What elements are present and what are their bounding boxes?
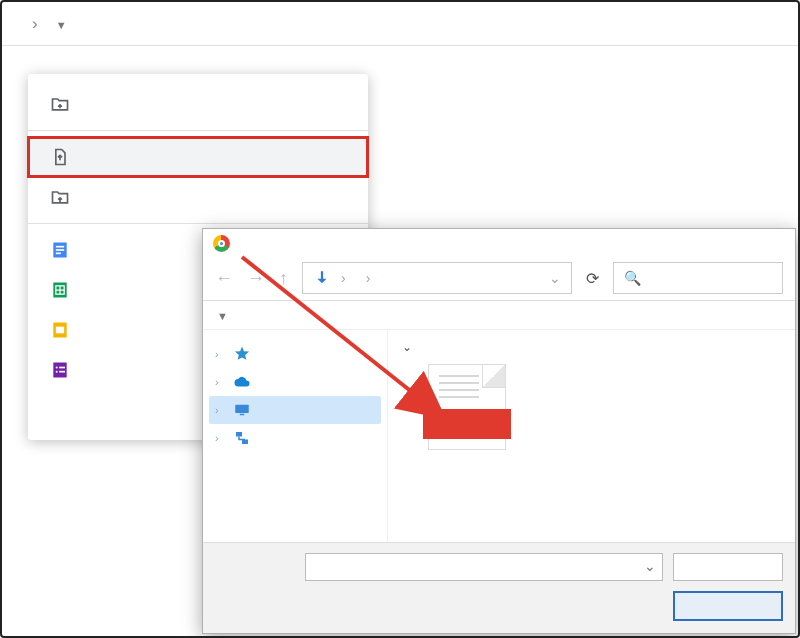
google-docs-icon — [50, 240, 70, 260]
caret-down-icon: ▼ — [56, 19, 67, 31]
up-icon[interactable]: ↑ — [279, 268, 288, 289]
svg-rect-14 — [240, 414, 245, 416]
file-list: ⌄ — [388, 330, 795, 542]
file-upload-icon — [50, 147, 70, 167]
chevron-right-icon: › — [32, 14, 38, 34]
tree-item-onedrive[interactable]: › — [209, 368, 381, 396]
google-forms-icon — [50, 360, 70, 380]
search-icon: 🔍 — [624, 270, 641, 286]
file-name-input[interactable]: ⌄ — [305, 553, 663, 581]
caret-right-icon: › — [215, 376, 225, 388]
caret-down-icon: ⌄ — [402, 340, 412, 354]
monitor-icon — [233, 401, 251, 419]
folder-upload-icon — [50, 187, 70, 207]
cloud-icon — [233, 373, 251, 391]
menu-item-new-folder[interactable] — [28, 84, 368, 124]
folder-plus-icon — [50, 94, 70, 114]
group-header[interactable]: ⌄ — [402, 338, 781, 354]
pdf-badge — [423, 409, 511, 439]
address-bar[interactable]: › › ⌄ — [302, 262, 572, 294]
tree-item-network[interactable]: › — [209, 424, 381, 452]
chrome-icon — [213, 235, 230, 252]
divider — [28, 223, 368, 224]
caret-right-icon: › — [215, 432, 225, 444]
caret-down-icon[interactable]: ⌄ — [644, 558, 656, 574]
svg-rect-8 — [53, 363, 66, 378]
tree-item-this-pc[interactable]: › — [209, 396, 381, 424]
breadcrumb-current[interactable]: ▼ — [52, 14, 67, 34]
blank-icon — [50, 400, 70, 420]
divider — [28, 130, 368, 131]
forward-icon[interactable]: → — [247, 268, 265, 289]
dialog-nav: ← → ↑ › › ⌄ ⟳ 🔍 — [203, 258, 795, 301]
caret-right-icon: › — [215, 404, 225, 416]
search-input[interactable]: 🔍 — [613, 262, 783, 294]
nav-tree: › › › › — [203, 330, 388, 542]
svg-rect-10 — [59, 367, 65, 369]
svg-point-11 — [56, 371, 58, 373]
svg-point-9 — [56, 367, 58, 369]
refresh-icon[interactable]: ⟳ — [586, 269, 599, 288]
chevron-right-icon: › — [366, 270, 371, 286]
menu-item-upload-files[interactable] — [28, 137, 368, 177]
file-open-dialog: ← → ↑ › › ⌄ ⟳ 🔍 ▼ › — [202, 228, 796, 634]
dialog-titlebar — [203, 229, 795, 258]
svg-rect-15 — [236, 432, 242, 437]
google-slides-icon — [50, 320, 70, 340]
breadcrumb: › ▼ — [2, 2, 798, 46]
back-icon[interactable]: ← — [215, 268, 233, 289]
addr-dropdown-icon[interactable]: ⌄ — [549, 270, 561, 286]
chevron-right-icon: › — [341, 270, 346, 286]
svg-rect-12 — [59, 371, 65, 373]
caret-down-icon: ▼ — [217, 310, 228, 322]
svg-rect-2 — [56, 249, 64, 251]
dialog-footer: ⌄ — [203, 542, 795, 633]
toolbar-organize[interactable]: ▼ — [217, 307, 228, 323]
svg-rect-13 — [235, 405, 249, 413]
tree-item-quick-access[interactable]: › — [209, 340, 381, 368]
svg-rect-7 — [56, 327, 64, 334]
dialog-toolbar: ▼ — [203, 301, 795, 330]
network-icon — [233, 429, 251, 447]
pdf-file-icon — [428, 364, 506, 450]
caret-right-icon: › — [215, 348, 225, 360]
svg-rect-1 — [56, 246, 64, 248]
open-button[interactable] — [673, 591, 783, 621]
star-icon — [233, 345, 251, 363]
download-arrow-icon — [313, 269, 331, 287]
file-type-filter[interactable] — [673, 553, 783, 581]
svg-rect-3 — [56, 253, 61, 255]
google-sheets-icon — [50, 280, 70, 300]
menu-item-upload-folder[interactable] — [28, 177, 368, 217]
file-item[interactable] — [402, 364, 532, 450]
